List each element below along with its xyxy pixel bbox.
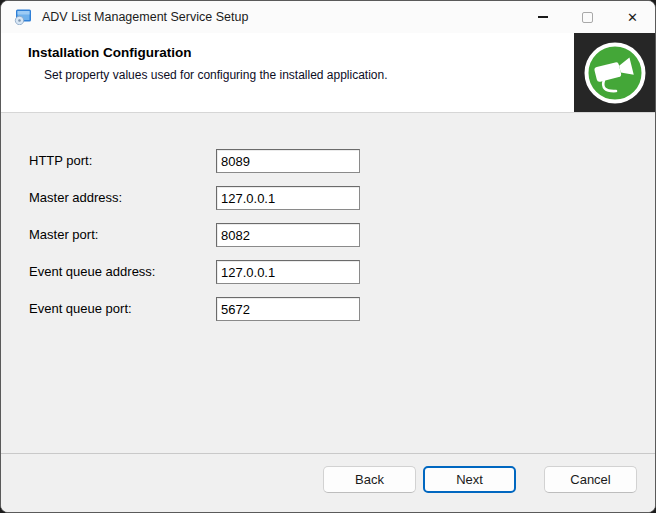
http-port-label: HTTP port: xyxy=(29,153,92,168)
master-address-label: Master address: xyxy=(29,190,122,205)
form-area: HTTP port: Master address: Master port: … xyxy=(1,113,655,455)
cancel-button[interactable]: Cancel xyxy=(544,466,637,493)
event-queue-address-input[interactable] xyxy=(216,260,360,284)
field-row-master-address: Master address: xyxy=(1,186,655,210)
logo-panel xyxy=(574,33,655,112)
event-queue-port-input[interactable] xyxy=(216,297,360,321)
master-address-input[interactable] xyxy=(216,186,360,210)
master-port-input[interactable] xyxy=(216,223,360,247)
window-controls: ✕ xyxy=(520,1,655,33)
back-button[interactable]: Back xyxy=(323,466,416,493)
titlebar[interactable]: ADV List Management Service Setup ✕ xyxy=(1,1,655,33)
installer-window: ADV List Management Service Setup ✕ Inst… xyxy=(0,0,656,513)
minimize-icon[interactable] xyxy=(520,1,565,33)
cctv-camera-badge-icon xyxy=(583,41,647,105)
page-title: Installation Configuration xyxy=(1,33,655,60)
http-port-input[interactable] xyxy=(216,149,360,173)
field-row-master-port: Master port: xyxy=(1,223,655,247)
page-subtitle: Set property values used for configuring… xyxy=(1,60,655,82)
close-icon[interactable]: ✕ xyxy=(610,1,655,33)
event-queue-port-label: Event queue port: xyxy=(29,301,132,316)
msi-installer-icon xyxy=(14,9,32,25)
next-button[interactable]: Next xyxy=(423,466,516,493)
event-queue-address-label: Event queue address: xyxy=(29,264,155,279)
window-title: ADV List Management Service Setup xyxy=(42,10,248,24)
field-row-event-queue-address: Event queue address: xyxy=(1,260,655,284)
dialog-header: Installation Configuration Set property … xyxy=(1,33,655,113)
field-row-http-port: HTTP port: xyxy=(1,149,655,173)
master-port-label: Master port: xyxy=(29,227,98,242)
button-bar: Back Next Cancel xyxy=(1,453,655,512)
field-row-event-queue-port: Event queue port: xyxy=(1,297,655,321)
maximize-icon xyxy=(565,1,610,33)
